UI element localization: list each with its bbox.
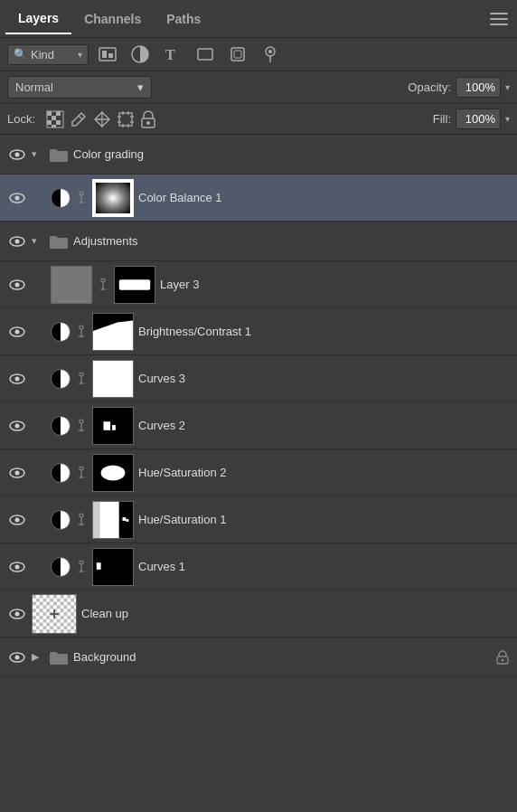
svg-rect-15: [47, 120, 52, 125]
layer-thumbnail: [92, 407, 134, 445]
svg-point-40: [15, 282, 20, 287]
filter-type-icon[interactable]: T: [159, 42, 186, 66]
svg-rect-0: [99, 48, 116, 61]
fill-label: Fill:: [433, 112, 451, 126]
lock-all-icon[interactable]: [140, 110, 156, 128]
visibility-icon[interactable]: [7, 275, 27, 295]
visibility-icon[interactable]: [7, 322, 27, 342]
filter-shape-icon[interactable]: [192, 42, 219, 66]
lock-transparent-icon[interactable]: [46, 110, 64, 128]
svg-point-85: [15, 564, 20, 569]
svg-point-34: [80, 192, 83, 195]
filter-adjustment-icon[interactable]: [127, 42, 154, 66]
layer-name: Hue/Saturation 1: [138, 513, 510, 526]
layer-name: Color Balance 1: [138, 191, 510, 204]
layer-row[interactable]: Layer 3: [0, 261, 517, 308]
layer-name: Background: [73, 650, 491, 664]
lock-row: Lock:: [0, 104, 517, 135]
layer-row[interactable]: Curves 3: [0, 355, 517, 402]
svg-rect-13: [56, 111, 61, 116]
layer-row[interactable]: Hue/Saturation 2: [0, 449, 517, 496]
svg-rect-12: [47, 111, 52, 116]
visibility-icon[interactable]: [7, 463, 27, 483]
svg-rect-16: [56, 120, 61, 125]
folder-icon: [49, 649, 69, 666]
adjustment-icon: [51, 557, 70, 577]
opacity-arrow[interactable]: ▾: [505, 82, 510, 92]
layer-name: Brightness/Contrast 1: [138, 325, 510, 338]
visibility-icon[interactable]: [7, 510, 27, 530]
layer-name: Curves 1: [138, 560, 510, 573]
layers-panel: ▾ Color grading Color Balance 1 ▾ Adjust…: [0, 135, 517, 806]
collapse-arrow-icon[interactable]: ▶: [32, 651, 44, 663]
link-icon: [75, 466, 88, 480]
lock-image-icon[interactable]: [70, 110, 88, 128]
svg-point-72: [101, 465, 126, 480]
filter-bar: 🔍 Kind ▾ T: [0, 38, 517, 71]
fill-arrow[interactable]: ▾: [505, 114, 510, 124]
lock-artboard-icon[interactable]: [117, 110, 135, 128]
visibility-icon[interactable]: [7, 188, 27, 208]
link-icon: [75, 560, 88, 574]
svg-rect-45: [119, 279, 150, 289]
layer-name: Hue/Saturation 2: [138, 466, 510, 479]
collapse-arrow-icon[interactable]: ▾: [32, 148, 44, 160]
layer-row[interactable]: ▶ Background: [0, 637, 517, 677]
filter-pixel-icon[interactable]: [94, 42, 121, 66]
visibility-icon[interactable]: [7, 231, 27, 251]
svg-point-48: [80, 326, 83, 329]
layer-row[interactable]: ▾ Color grading: [0, 135, 517, 175]
svg-rect-14: [52, 116, 56, 120]
visibility-icon[interactable]: [7, 604, 27, 624]
layer-row[interactable]: ▾ Adjustments: [0, 222, 517, 261]
filter-kind-arrow: ▾: [78, 50, 82, 60]
opacity-value[interactable]: 100%: [456, 77, 501, 98]
visibility-icon[interactable]: [7, 557, 27, 577]
svg-point-92: [15, 611, 20, 616]
tab-channels[interactable]: Channels: [71, 5, 154, 33]
filter-kind-label: Kind: [31, 48, 74, 61]
layer-lock-icon: [495, 650, 510, 665]
svg-point-60: [80, 420, 83, 423]
link-icon: [75, 372, 88, 386]
layer-row[interactable]: Color Balance 1: [0, 175, 517, 222]
visibility-icon[interactable]: [7, 647, 27, 667]
svg-rect-7: [234, 51, 241, 58]
blend-opacity-row: Normal ▾ Opacity: 100% ▾: [0, 71, 517, 104]
svg-rect-5: [198, 49, 212, 60]
svg-rect-2: [108, 53, 113, 58]
svg-point-103: [502, 658, 504, 661]
filter-pin-icon[interactable]: [257, 42, 284, 66]
panel-menu-icon[interactable]: [490, 13, 508, 25]
layer-name: Curves 2: [138, 419, 510, 432]
svg-point-67: [15, 470, 20, 475]
tab-paths[interactable]: Paths: [154, 5, 213, 33]
blend-mode-select[interactable]: Normal ▾: [7, 76, 152, 99]
layer-row[interactable]: Brightness/Contrast 1: [0, 308, 517, 355]
layer-name: Layer 3: [160, 278, 510, 291]
fill-section: Fill: 100% ▾: [433, 109, 510, 129]
svg-rect-1: [102, 51, 107, 58]
visibility-icon[interactable]: [7, 145, 27, 165]
tab-layers[interactable]: Layers: [5, 4, 71, 34]
layer-row[interactable]: Hue/Saturation 1: [0, 496, 517, 543]
layer-row[interactable]: Curves 2: [0, 402, 517, 449]
fill-value[interactable]: 100%: [456, 109, 501, 129]
layer-row[interactable]: Curves 1: [0, 543, 517, 590]
search-icon: 🔍: [14, 48, 27, 61]
svg-point-41: [101, 279, 105, 282]
adjustment-icon: [51, 510, 70, 530]
layer-row[interactable]: Clean up: [0, 590, 517, 637]
collapse-arrow-icon[interactable]: ▾: [32, 235, 44, 247]
filter-kind-select[interactable]: 🔍 Kind ▾: [7, 44, 89, 65]
filter-smart-icon[interactable]: [224, 42, 251, 66]
link-icon: [75, 325, 88, 339]
adjustment-icon: [51, 369, 70, 389]
svg-point-54: [15, 376, 20, 381]
lock-position-icon[interactable]: [93, 110, 111, 128]
visibility-icon[interactable]: [7, 369, 27, 389]
visibility-icon[interactable]: [7, 416, 27, 436]
svg-point-55: [80, 373, 83, 376]
link-icon: [75, 419, 88, 433]
layer-mask-thumbnail: [114, 266, 155, 304]
